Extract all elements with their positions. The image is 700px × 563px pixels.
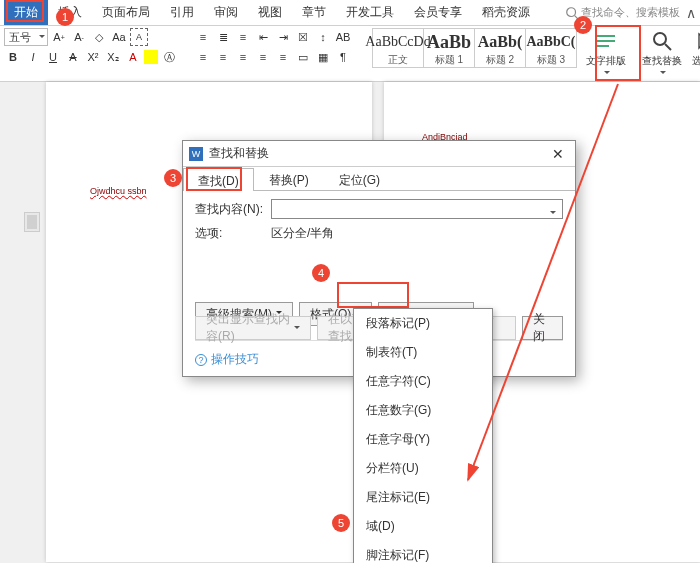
annotation-number-4: 4 bbox=[312, 264, 330, 282]
annotation-number-5: 5 bbox=[332, 514, 350, 532]
annotation-number-3: 3 bbox=[164, 169, 182, 187]
svg-line-7 bbox=[468, 84, 618, 480]
annotation-arrow bbox=[0, 0, 700, 563]
annotation-number-2: 2 bbox=[574, 16, 592, 34]
annotation-number-1: 1 bbox=[56, 8, 74, 26]
